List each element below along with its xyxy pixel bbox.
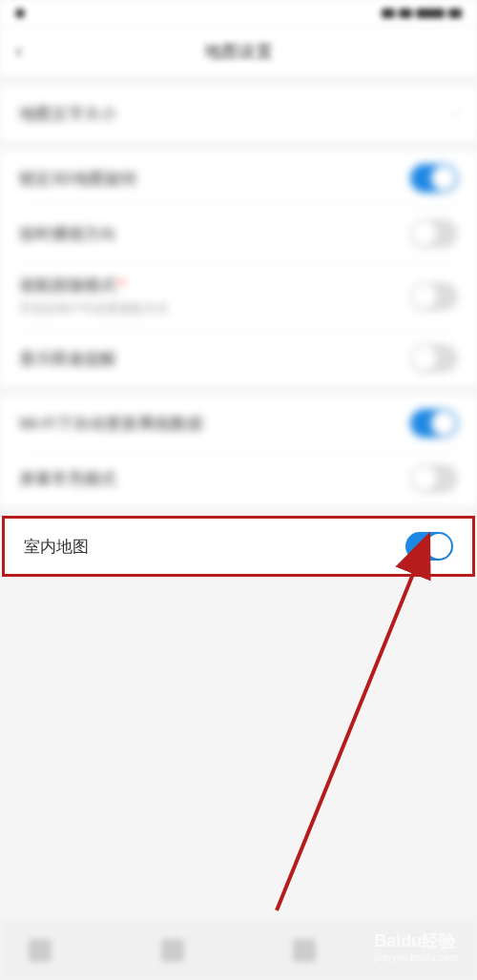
nav-icon-1[interactable] bbox=[29, 939, 52, 962]
row-label: 地图文字大小 bbox=[19, 103, 116, 125]
back-button[interactable]: ‹ bbox=[15, 39, 22, 64]
settings-group-3: Wi-Fi下自动更新离线数据 屏幕常亮模式 bbox=[0, 396, 477, 506]
row-show-speed[interactable]: 显示限速提醒 bbox=[0, 331, 477, 386]
row-indoor-map[interactable]: 室内地图 bbox=[5, 519, 472, 574]
row-traffic[interactable]: 按时播报方向 bbox=[0, 206, 477, 261]
red-star-icon: * bbox=[118, 276, 125, 295]
row-sublabel: 开启后用户可设置巡航方式 bbox=[19, 300, 168, 317]
camera-dot bbox=[15, 9, 25, 18]
toggle-wifi-update[interactable] bbox=[410, 409, 458, 438]
row-label: 显示限速提醒 bbox=[19, 348, 116, 370]
toggle-show-speed[interactable] bbox=[410, 344, 458, 373]
row-label: 巡航跟随模式* bbox=[19, 275, 168, 296]
row-left: 巡航跟随模式* 开启后用户可设置巡航方式 bbox=[19, 275, 168, 317]
row-wifi-update[interactable]: Wi-Fi下自动更新离线数据 bbox=[0, 396, 477, 451]
watermark-url: jingyan.baidu.com bbox=[374, 952, 458, 963]
nav-icon-2[interactable] bbox=[161, 939, 184, 962]
page-header: ‹ 地图设置 bbox=[0, 27, 477, 76]
row-follow-mode[interactable]: 巡航跟随模式* 开启后用户可设置巡航方式 bbox=[0, 261, 477, 331]
watermark: Baidu经验 jingyan.baidu.com bbox=[374, 929, 458, 963]
row-label: Wi-Fi下自动更新离线数据 bbox=[19, 413, 203, 435]
row-screen-on[interactable]: 屏幕常亮模式 bbox=[0, 451, 477, 506]
row-label: 室内地图 bbox=[24, 536, 89, 558]
toggle-screen-on[interactable] bbox=[410, 464, 458, 493]
status-bar bbox=[0, 0, 477, 27]
row-text-size[interactable]: 地图文字大小 › bbox=[0, 86, 477, 141]
svg-line-1 bbox=[277, 539, 427, 910]
settings-group-1: 地图文字大小 › bbox=[0, 86, 477, 141]
row-label: 屏幕常亮模式 bbox=[19, 468, 116, 490]
toggle-traffic[interactable] bbox=[410, 219, 458, 248]
row-label: 锁定3D地图旋转 bbox=[19, 168, 137, 190]
row-lock-3d[interactable]: 锁定3D地图旋转 bbox=[0, 151, 477, 206]
page-title: 地图设置 bbox=[204, 40, 273, 63]
highlighted-row: 室内地图 bbox=[2, 516, 475, 577]
annotation-arrow bbox=[248, 520, 458, 920]
watermark-brand: Baidu经验 bbox=[374, 931, 456, 950]
toggle-follow-mode[interactable] bbox=[410, 282, 458, 311]
row-label: 按时播报方向 bbox=[19, 223, 116, 245]
toggle-indoor-map[interactable] bbox=[405, 532, 453, 561]
status-indicators bbox=[382, 9, 462, 18]
settings-group-2: 锁定3D地图旋转 按时播报方向 巡航跟随模式* 开启后用户可设置巡航方式 显示限… bbox=[0, 151, 477, 386]
nav-icon-3[interactable] bbox=[293, 939, 316, 962]
toggle-lock-3d[interactable] bbox=[410, 164, 458, 193]
chevron-right-icon: › bbox=[453, 105, 458, 122]
